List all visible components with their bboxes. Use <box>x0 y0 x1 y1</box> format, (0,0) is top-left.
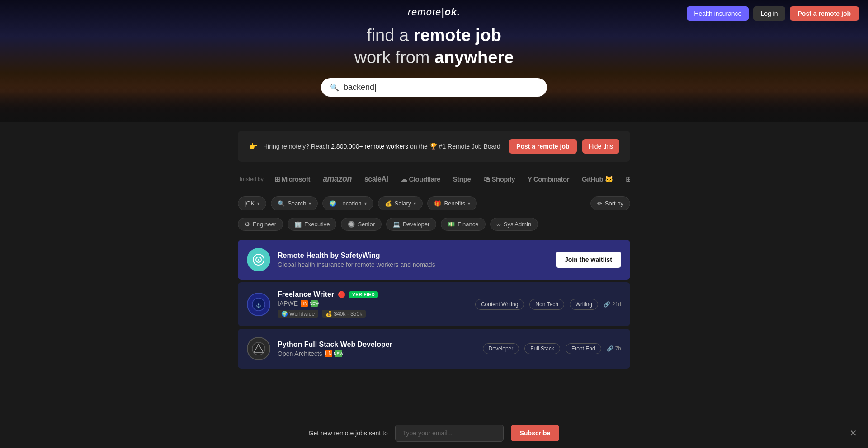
post-remote-job-banner-button[interactable]: Post a remote job <box>509 139 576 154</box>
sort-icon: ✏ <box>597 200 602 207</box>
post-remote-job-top-button[interactable]: Post a remote job <box>790 6 859 21</box>
job-company-safetywing: Global health insurance for remote worke… <box>278 261 548 268</box>
banner-link[interactable]: 2,800,000+ remote workers <box>331 143 408 150</box>
sort-by-button[interactable]: ✏ Sort by <box>590 196 630 210</box>
company-logo-iapwe: ⚓ <box>247 293 270 316</box>
search-chevron: ▾ <box>309 201 311 206</box>
engineer-icon: ⚙ <box>245 221 250 228</box>
hot-badge-iapwe: 🔴 <box>338 291 345 298</box>
skill-developer[interactable]: Developer <box>483 343 519 354</box>
company-logo-openarch <box>247 337 270 360</box>
benefits-chevron: ▾ <box>468 201 470 206</box>
skill-fullstack[interactable]: Full Stack <box>524 343 560 354</box>
trusted-section: trusted by ⊞ Microsoft amazon scaleAI ☁ … <box>238 174 630 184</box>
job-info-safetywing: Remote Health by SafetyWing Global healt… <box>278 252 548 268</box>
job-info-iapwe: Freelance Writer 🔴 VERIFIED IAPWE HN NEW… <box>278 290 468 318</box>
new-badge-openarch: NEW <box>335 350 342 357</box>
skill-content-writing[interactable]: Content Writing <box>475 299 524 310</box>
job-title-safetywing: Remote Health by SafetyWing <box>278 252 548 260</box>
tag-sysadmin[interactable]: ∞ Sys Admin <box>490 218 538 231</box>
close-subscribe-button[interactable]: ✕ <box>849 428 857 439</box>
hide-banner-button[interactable]: Hide this <box>582 139 619 154</box>
tag-engineer[interactable]: ⚙ Engineer <box>238 218 283 231</box>
location-icon: 🌍 <box>329 200 336 207</box>
hiring-banner: 👉 Hiring remotely? Reach 2,800,000+ remo… <box>238 131 630 162</box>
tag-executive[interactable]: 🏢 Executive <box>288 218 336 231</box>
search-filter-icon: 🔍 <box>278 200 285 207</box>
job-title-openarch: Python Full Stack Web Developer <box>278 341 476 349</box>
filter-location-button[interactable]: 🌍 Location ▾ <box>322 196 373 210</box>
trusted-scaleai: scaleAI <box>364 175 388 183</box>
join-waitlist-button[interactable]: Join the waitlist <box>556 252 621 268</box>
salary-icon: 💰 <box>385 200 392 207</box>
hn-badge-iapwe: HN <box>301 300 308 307</box>
new-badge-iapwe: NEW <box>311 300 318 307</box>
tag-developer[interactable]: 💻 Developer <box>386 218 436 231</box>
banner-emoji: 👉 <box>249 142 258 151</box>
hn-badge-openarch: HN <box>325 350 332 357</box>
location-chevron: ▾ <box>364 201 367 206</box>
ok-chevron: ▾ <box>257 201 259 206</box>
search-input[interactable] <box>344 83 538 92</box>
location-tag-iapwe: 🌍 Worldwide <box>278 310 318 318</box>
hero-title-line2: work from anywhere <box>354 48 514 67</box>
verified-badge-iapwe: VERIFIED <box>349 291 378 298</box>
job-meta-iapwe: 🌍 Worldwide 💰 $40k - $50k <box>278 310 468 318</box>
trusted-github: GitHub 🐱 <box>582 175 613 183</box>
health-insurance-button[interactable]: Health insurance <box>687 6 749 21</box>
subscribe-email-input[interactable] <box>395 425 504 442</box>
executive-icon: 🏢 <box>294 221 302 228</box>
link-icon-openarch: 🔗 <box>607 345 613 352</box>
benefits-icon: 🎁 <box>434 200 441 207</box>
job-right-openarch: Developer Full Stack Front End 🔗 7h <box>483 343 621 354</box>
skill-writing[interactable]: Writing <box>570 299 598 310</box>
hero-title-line1: find a remote job <box>354 26 514 45</box>
trusted-intel: ⊞ INTER <box>626 175 630 183</box>
salary-tag-iapwe: 💰 $40k - $50k <box>322 310 366 318</box>
company-logo-safetywing <box>247 248 270 271</box>
filter-bar: |OK ▾ 🔍 Search ▾ 🌍 Location ▾ 💰 💰 Salary… <box>238 196 630 210</box>
trusted-stripe: Stripe <box>453 175 471 183</box>
job-right-iapwe: Content Writing Non Tech Writing 🔗 21d <box>475 299 621 310</box>
filter-salary-button[interactable]: 💰 💰 Salary Salary ▾ <box>378 196 423 210</box>
skill-frontend[interactable]: Front End <box>566 343 601 354</box>
trusted-shopify: 🛍 Shopify <box>483 175 515 183</box>
link-icon: 🔗 <box>604 301 610 308</box>
filter-ok-button[interactable]: |OK ▾ <box>238 196 266 210</box>
job-card-openarch[interactable]: Python Full Stack Web Developer Open Arc… <box>238 329 630 369</box>
skill-non-tech[interactable]: Non Tech <box>529 299 564 310</box>
trusted-microsoft: ⊞ Microsoft <box>274 175 310 183</box>
senior-icon: 🔘 <box>348 221 355 228</box>
tag-finance[interactable]: 💵 Finance <box>441 218 485 231</box>
job-right-safetywing: Join the waitlist <box>556 252 621 268</box>
logo-text: remote|ok. <box>408 6 460 18</box>
filter-search-button[interactable]: 🔍 Search ▾ <box>271 196 318 210</box>
job-card-safetywing[interactable]: Remote Health by SafetyWing Global healt… <box>238 240 630 280</box>
subscribe-button[interactable]: Subscribe <box>511 425 560 441</box>
search-icon: 🔍 <box>330 83 339 92</box>
trusted-label: trusted by <box>240 176 264 182</box>
hero-section: Health insurance Log in Post a remote jo… <box>0 0 868 122</box>
trusted-cloudflare: ☁ Cloudflare <box>401 175 440 183</box>
search-bar[interactable]: 🔍 <box>321 78 547 97</box>
tag-senior[interactable]: 🔘 Senior <box>341 218 382 231</box>
job-card-iapwe[interactable]: ⚓ Freelance Writer 🔴 VERIFIED IAPWE HN N… <box>238 282 630 326</box>
login-button[interactable]: Log in <box>753 6 785 21</box>
logo[interactable]: remote|ok. <box>408 6 460 18</box>
trusted-logos: ⊞ Microsoft amazon scaleAI ☁ Cloudflare … <box>274 174 630 184</box>
job-company-openarch: Open Architects HN NEW <box>278 350 476 357</box>
job-company-iapwe: IAPWE HN NEW <box>278 300 468 307</box>
trusted-amazon: amazon <box>323 174 352 184</box>
subscribe-bar: Get new remote jobs sent to Subscribe ✕ <box>0 418 868 448</box>
job-title-iapwe: Freelance Writer 🔴 VERIFIED <box>278 290 468 299</box>
svg-text:⚓: ⚓ <box>256 302 262 308</box>
finance-icon: 💵 <box>448 221 455 228</box>
trusted-ycombinator: Y Combinator <box>528 175 569 183</box>
filter-benefits-button[interactable]: 🎁 Benefits ▾ <box>427 196 477 210</box>
subscribe-label: Get new remote jobs sent to <box>309 429 388 437</box>
salary-chevron: ▾ <box>414 201 416 206</box>
job-info-openarch: Python Full Stack Web Developer Open Arc… <box>278 341 476 357</box>
job-age-iapwe: 🔗 21d <box>604 301 621 308</box>
banner-text: Hiring remotely? Reach 2,800,000+ remote… <box>263 143 504 150</box>
sysadmin-icon: ∞ <box>497 221 501 228</box>
